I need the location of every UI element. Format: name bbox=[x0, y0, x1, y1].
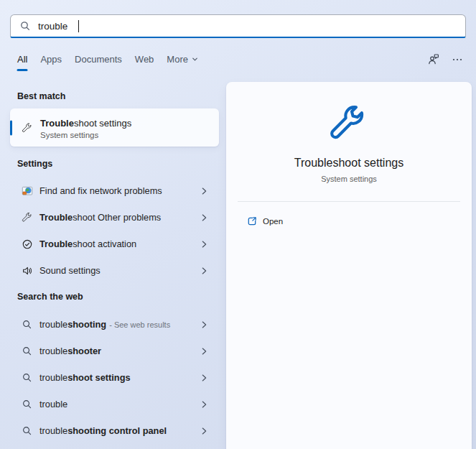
tab-apps[interactable]: Apps bbox=[40, 54, 62, 71]
best-match-header: Best match bbox=[17, 91, 65, 101]
tab-all[interactable]: All bbox=[17, 54, 27, 71]
chevron-right-icon bbox=[199, 266, 209, 276]
search-icon bbox=[22, 319, 33, 330]
chevron-right-icon bbox=[199, 213, 209, 223]
feedback-user-icon[interactable] bbox=[427, 53, 440, 66]
open-action[interactable]: Open bbox=[226, 211, 472, 231]
search-icon bbox=[22, 399, 33, 410]
search-icon bbox=[22, 425, 33, 437]
network-diagnostics-icon bbox=[22, 185, 33, 197]
divider bbox=[238, 201, 460, 202]
search-icon bbox=[22, 372, 33, 384]
chevron-right-icon bbox=[199, 186, 209, 196]
more-options-icon[interactable] bbox=[452, 54, 463, 65]
web-result-trouble[interactable]: trouble bbox=[10, 391, 219, 417]
result-troubleshoot-other-problems[interactable]: Troubleshoot Other problems bbox=[10, 204, 219, 231]
chevron-right-icon bbox=[199, 373, 209, 383]
web-result-troubleshoot-settings[interactable]: troubleshoot settings bbox=[10, 364, 219, 391]
best-match-subtitle: System settings bbox=[40, 131, 131, 139]
tab-documents[interactable]: Documents bbox=[75, 54, 122, 71]
search-icon bbox=[22, 346, 33, 357]
tab-web[interactable]: Web bbox=[135, 54, 154, 71]
best-match-result[interactable]: Troubleshoot settings System settings bbox=[10, 108, 219, 147]
speaker-icon bbox=[22, 265, 33, 277]
web-result-troubleshooting[interactable]: troubleshooting- See web results bbox=[10, 311, 219, 338]
selection-accent-bar bbox=[10, 120, 12, 135]
search-the-web-header: Search the web bbox=[17, 292, 83, 302]
web-results: troubleshooting- See web results trouble… bbox=[10, 311, 219, 444]
chevron-right-icon bbox=[199, 426, 209, 436]
chevron-right-icon bbox=[199, 399, 209, 409]
wrench-icon-large bbox=[328, 103, 370, 145]
search-icon bbox=[19, 20, 31, 32]
preview-subtitle: System settings bbox=[321, 175, 377, 183]
search-filter-tabs: All Apps Documents Web More bbox=[17, 54, 199, 71]
web-result-troubleshooter[interactable]: troubleshooter bbox=[10, 338, 219, 364]
result-sound-settings[interactable]: Sound settings bbox=[10, 257, 219, 284]
settings-header: Settings bbox=[17, 159, 52, 169]
preview-panel: Troubleshoot settings System settings Op… bbox=[226, 82, 472, 449]
web-result-troubleshooting-control-panel[interactable]: troubleshooting control panel bbox=[10, 417, 219, 444]
settings-results: Find and fix network problems Troublesho… bbox=[10, 177, 219, 284]
chevron-right-icon bbox=[199, 320, 209, 330]
best-match-title: Troubleshoot settings bbox=[40, 118, 131, 129]
text-cursor bbox=[78, 20, 79, 32]
wrench-icon bbox=[22, 212, 33, 223]
wrench-icon bbox=[22, 122, 33, 134]
chevron-right-icon bbox=[199, 346, 209, 356]
result-find-fix-network[interactable]: Find and fix network problems bbox=[10, 177, 219, 204]
check-circle-icon bbox=[22, 239, 33, 250]
result-troubleshoot-activation[interactable]: Troubleshoot activation bbox=[10, 231, 219, 257]
preview-title: Troubleshoot settings bbox=[294, 157, 403, 170]
chevron-right-icon bbox=[199, 239, 209, 249]
tab-more[interactable]: More bbox=[167, 54, 199, 71]
search-query-text: trouble bbox=[38, 21, 67, 32]
chevron-down-icon bbox=[191, 55, 199, 63]
open-external-icon bbox=[246, 216, 258, 227]
open-label: Open bbox=[263, 217, 283, 226]
search-input[interactable]: trouble bbox=[10, 14, 466, 38]
